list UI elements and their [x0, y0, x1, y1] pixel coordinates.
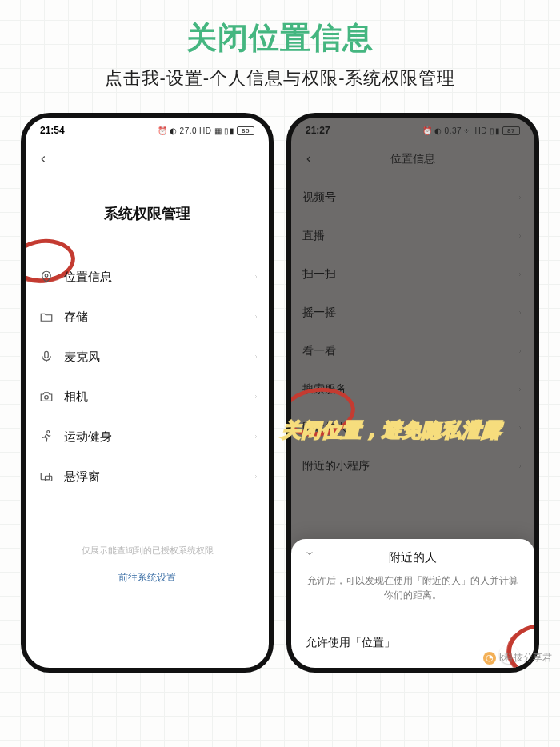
chevron-right-icon — [253, 312, 259, 322]
chevron-right-icon — [253, 432, 259, 441]
row-nearby-people[interactable]: 附近的人 — [302, 409, 523, 447]
row-label: 摇一摇 — [302, 306, 336, 320]
location-pin-icon — [35, 270, 58, 284]
weibo-icon: ◔ — [483, 652, 496, 665]
row-label: 附近的小程序 — [302, 459, 370, 473]
back-button[interactable] — [34, 150, 53, 169]
camera-icon — [35, 389, 58, 404]
row-search[interactable]: 搜索服务 — [302, 370, 523, 409]
page-title: 位置信息 — [299, 152, 526, 166]
window-icon — [35, 469, 58, 484]
row-label: 看一看 — [302, 344, 336, 358]
row-fitness[interactable]: 运动健身 — [35, 417, 259, 457]
row-floating[interactable]: 悬浮窗 — [35, 457, 259, 497]
row-shake[interactable]: 摇一摇 — [302, 294, 523, 332]
svg-point-3 — [47, 431, 50, 433]
phone-right: 21:27 ⏰◐0.37ᯤHD▯▮ 87 位置信息 视频号 直播 扫一扫 摇一摇… — [286, 113, 539, 673]
row-location[interactable]: 位置信息 — [35, 257, 259, 297]
row-label: 位置信息 — [58, 270, 253, 285]
row-scan[interactable]: 扫一扫 — [302, 255, 523, 294]
chevron-right-icon — [517, 193, 523, 202]
goto-system-settings[interactable]: 前往系统设置 — [26, 571, 269, 585]
chevron-right-icon — [517, 231, 523, 241]
row-label: 扫一扫 — [302, 267, 336, 282]
svg-rect-1 — [45, 351, 49, 358]
chevron-right-icon — [517, 385, 523, 394]
sheet-title: 附近的人 — [306, 550, 520, 565]
hint-text: 仅展示能查询到的已授权系统权限 — [26, 545, 269, 557]
permissions-list: 位置信息 存储 麦克风 — [26, 257, 269, 497]
sheet-collapse[interactable] — [302, 547, 317, 561]
status-bar: 21:54 ⏰◐27.0HD▦▯▮ 85 — [26, 118, 269, 143]
sheet-description: 允许后，可以发现在使用「附近的人」的人并计算你们的距离。 — [306, 573, 520, 602]
row-label: 运动健身 — [58, 429, 253, 445]
chevron-right-icon — [253, 392, 259, 401]
run-icon — [35, 429, 58, 444]
watermark: ◔k科技分享君 — [483, 651, 552, 665]
row-nearby-miniprogram[interactable]: 附近的小程序 — [302, 447, 523, 485]
folder-icon — [35, 310, 58, 324]
svg-point-2 — [45, 396, 49, 400]
toggle-label: 允许使用「位置」 — [306, 636, 395, 650]
row-mic[interactable]: 麦克风 — [35, 337, 259, 377]
bottom-sheet: 附近的人 允许后，可以发现在使用「附近的人」的人并计算你们的距离。 允许使用「位… — [291, 539, 534, 668]
row-topstories[interactable]: 看一看 — [302, 332, 523, 370]
phone-left: 21:54 ⏰◐27.0HD▦▯▮ 85 系统权限管理 位置信息 — [21, 113, 274, 673]
row-storage[interactable]: 存储 — [35, 297, 259, 337]
chevron-right-icon — [517, 308, 523, 318]
status-icons: ⏰◐27.0HD▦▯▮ 85 — [158, 126, 254, 135]
status-bar: 21:27 ⏰◐0.37ᯤHD▯▮ 87 — [291, 118, 534, 143]
row-camera[interactable]: 相机 — [35, 377, 259, 417]
row-label: 麦克风 — [58, 350, 253, 365]
row-label: 直播 — [302, 229, 325, 243]
row-channels[interactable]: 视频号 — [302, 178, 523, 217]
row-label: 搜索服务 — [302, 382, 347, 397]
section-title: 系统权限管理 — [26, 204, 269, 223]
chevron-right-icon — [253, 352, 259, 362]
page-title: 关闭位置信息 — [0, 0, 560, 58]
row-label: 附近的人 — [302, 421, 347, 435]
status-time: 21:27 — [306, 125, 330, 136]
page-subtitle: 点击我-设置-个人信息与权限-系统权限管理 — [0, 66, 560, 90]
chevron-right-icon — [253, 272, 259, 282]
chevron-right-icon — [253, 472, 259, 481]
chevron-right-icon — [517, 346, 523, 356]
svg-point-0 — [45, 274, 48, 278]
chevron-right-icon — [517, 423, 523, 433]
status-time: 21:54 — [40, 125, 65, 136]
location-services-list: 视频号 直播 扫一扫 摇一摇 看一看 搜索服务 附近的人 附近的小程序 — [291, 178, 534, 485]
chevron-right-icon — [517, 270, 523, 279]
row-label: 视频号 — [302, 190, 336, 205]
row-live[interactable]: 直播 — [302, 217, 523, 255]
chevron-right-icon — [517, 461, 523, 471]
row-label: 存储 — [58, 310, 253, 325]
status-icons: ⏰◐0.37ᯤHD▯▮ 87 — [422, 126, 520, 135]
row-label: 悬浮窗 — [58, 469, 253, 485]
row-label: 相机 — [58, 389, 253, 405]
mic-icon — [35, 350, 58, 364]
